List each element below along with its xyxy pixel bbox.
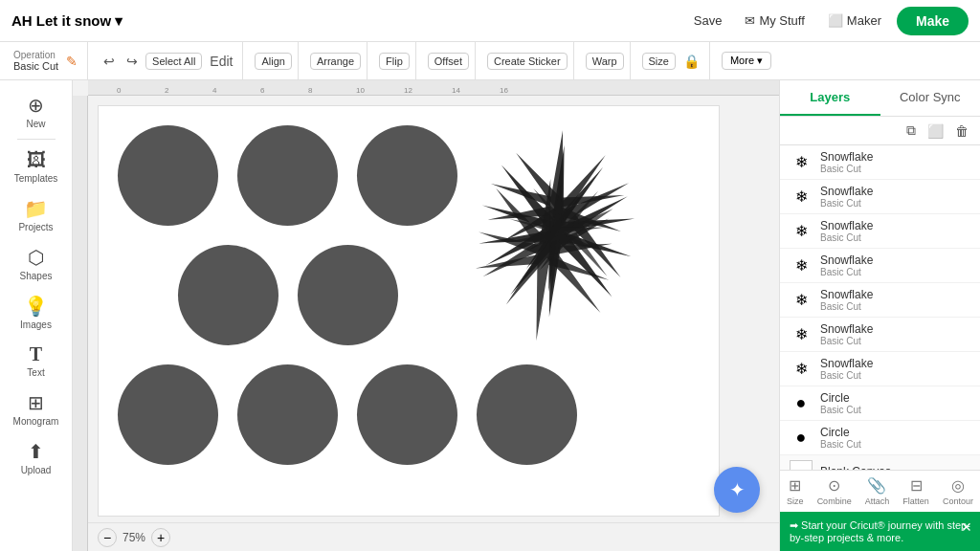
save-label: Save	[694, 13, 723, 28]
layer-item-sf2[interactable]: ❄ Snowflake Basic Cut	[780, 180, 980, 214]
circle-icon-1: ●	[790, 392, 813, 415]
envelope-icon: ✉	[745, 13, 755, 28]
lock-icon[interactable]: 🔒	[679, 52, 703, 71]
snowflake-icon-1: ❄	[790, 151, 813, 174]
layer-sub-sf2: Basic Cut	[820, 198, 873, 209]
operation-label: Operation	[13, 50, 58, 60]
mystuff-button[interactable]: ✉ My Stuff	[737, 10, 812, 32]
maker-button[interactable]: ⬜ Maker	[820, 10, 889, 32]
flatten-bottom-label: Flatten	[902, 496, 929, 506]
select-all-label: Select All	[152, 55, 195, 67]
sidebar-item-shapes[interactable]: ⬡ Shapes	[6, 240, 67, 287]
layer-item-sf7[interactable]: ❄ Snowflake Basic Cut	[780, 352, 980, 386]
snowflake-group[interactable]	[409, 96, 708, 383]
flip-label: Flip	[386, 55, 403, 67]
flip-button[interactable]: Flip	[379, 53, 410, 70]
tip-banner: ➡ Start your Cricut® journey with step-b…	[780, 512, 980, 551]
arrange-label: Arrange	[317, 55, 354, 67]
snowflake-icon-3: ❄	[790, 220, 813, 243]
title-chevron-icon: ▾	[115, 12, 122, 30]
operation-color-btn[interactable]: ✎	[62, 52, 81, 71]
mystuff-label: My Stuff	[759, 13, 804, 28]
layer-item-sf5[interactable]: ❄ Snowflake Basic Cut	[780, 283, 980, 318]
images-icon: 💡	[24, 295, 48, 318]
arrange-button[interactable]: Arrange	[310, 53, 361, 70]
warp-group: Warp	[580, 42, 631, 79]
upload-icon: ⬆	[28, 440, 44, 463]
zoom-in-button[interactable]: +	[151, 528, 170, 547]
more-button[interactable]: More ▾	[722, 52, 771, 70]
panel-flatten-button[interactable]: ⊟ Flatten	[902, 476, 929, 506]
layer-item-sf4[interactable]: ❄ Snowflake Basic Cut	[780, 249, 980, 283]
undo-button[interactable]: ↩	[100, 52, 119, 71]
offset-button[interactable]: Offset	[428, 53, 469, 70]
circle-icon-2: ●	[790, 427, 813, 450]
images-label: Images	[20, 320, 52, 330]
project-title-text: AH Let it snow	[11, 12, 111, 29]
circle-shape-9[interactable]	[477, 364, 577, 465]
save-button[interactable]: Save	[686, 10, 730, 32]
align-button[interactable]: Align	[255, 53, 291, 70]
layer-item-blank[interactable]: Blank Canvas	[780, 455, 980, 470]
panel-size-button[interactable]: ⊞ Size	[787, 476, 804, 506]
circle-shape-7[interactable]	[237, 364, 338, 465]
flatten-icon: ⊟	[910, 476, 923, 495]
sidebar-item-images[interactable]: 💡 Images	[6, 289, 67, 336]
maker-icon: ⬜	[828, 13, 843, 28]
circle-shape-2[interactable]	[237, 125, 338, 226]
circle-shape-6[interactable]	[118, 364, 218, 465]
layer-name-c2: Circle	[820, 426, 861, 439]
tab-colorsync[interactable]: Color Sync	[880, 80, 981, 116]
tip-banner-text: ➡ Start your Cricut® journey with step-b…	[790, 519, 970, 543]
sidebar-item-upload[interactable]: ⬆ Upload	[6, 434, 67, 481]
sparkle-button[interactable]: ✦	[714, 467, 760, 513]
layer-item-sf6[interactable]: ❄ Snowflake Basic Cut	[780, 318, 980, 352]
circle-shape-8[interactable]	[357, 364, 457, 465]
sidebar-item-templates[interactable]: 🖼 Templates	[6, 143, 67, 189]
operation-value: Basic Cut	[13, 60, 58, 72]
tip-close-button[interactable]: ✕	[961, 519, 972, 535]
size-icon: ⊞	[789, 476, 801, 495]
make-button[interactable]: Make	[897, 7, 969, 35]
project-title[interactable]: AH Let it snow ▾	[11, 12, 122, 30]
circle-shape-1[interactable]	[118, 125, 218, 226]
layer-item-sf1[interactable]: ❄ Snowflake Basic Cut	[780, 145, 980, 180]
circle-shape-4[interactable]	[178, 245, 278, 345]
zoom-level: 75%	[122, 531, 145, 544]
layer-sub-sf1: Basic Cut	[820, 164, 873, 174]
edit-button[interactable]: Edit	[206, 52, 236, 71]
text-label: Text	[27, 367, 44, 378]
canvas-white-area[interactable]	[98, 105, 720, 517]
layer-name-sf3: Snowflake	[820, 219, 873, 232]
zoom-out-button[interactable]: −	[98, 528, 117, 547]
align-group: Align	[249, 42, 298, 79]
align-label: Align	[261, 55, 284, 67]
warp-button[interactable]: Warp	[586, 53, 624, 70]
upload-label: Upload	[21, 465, 52, 475]
tab-layers[interactable]: Layers	[780, 80, 880, 116]
create-sticker-button[interactable]: Create Sticker	[487, 53, 568, 70]
layer-item-c1[interactable]: ● Circle Basic Cut	[780, 386, 980, 421]
canvas[interactable]	[88, 96, 779, 522]
circle-shape-5[interactable]	[298, 245, 398, 345]
redo-button[interactable]: ↪	[122, 52, 142, 71]
size-button[interactable]: Size	[642, 53, 676, 70]
sidebar-item-text[interactable]: T Text	[6, 338, 67, 384]
layer-item-sf3[interactable]: ❄ Snowflake Basic Cut	[780, 214, 980, 249]
panel-delete-button[interactable]: 🗑	[951, 121, 972, 141]
panel-attach-button[interactable]: 📎 Attach	[865, 476, 890, 506]
snowflake-icon-2: ❄	[790, 186, 813, 209]
offset-group: Offset	[422, 42, 476, 79]
flip-group: Flip	[373, 42, 416, 79]
snowflake-icon-6: ❄	[790, 323, 813, 346]
panel-paste-button[interactable]: ⬜	[924, 121, 947, 141]
panel-copy-button[interactable]: ⧉	[902, 121, 920, 141]
sidebar-item-projects[interactable]: 📁 Projects	[6, 191, 67, 238]
sidebar-item-monogram[interactable]: ⊞ Monogram	[6, 386, 67, 432]
sidebar-item-new[interactable]: ⊕ New	[6, 88, 67, 135]
panel-combine-button[interactable]: ⊙ Combine	[817, 476, 852, 506]
panel-contour-button[interactable]: ◎ Contour	[943, 476, 973, 506]
snowflake-icon-4: ❄	[790, 254, 813, 277]
layer-item-c2[interactable]: ● Circle Basic Cut	[780, 421, 980, 455]
select-all-button[interactable]: Select All	[145, 53, 202, 70]
